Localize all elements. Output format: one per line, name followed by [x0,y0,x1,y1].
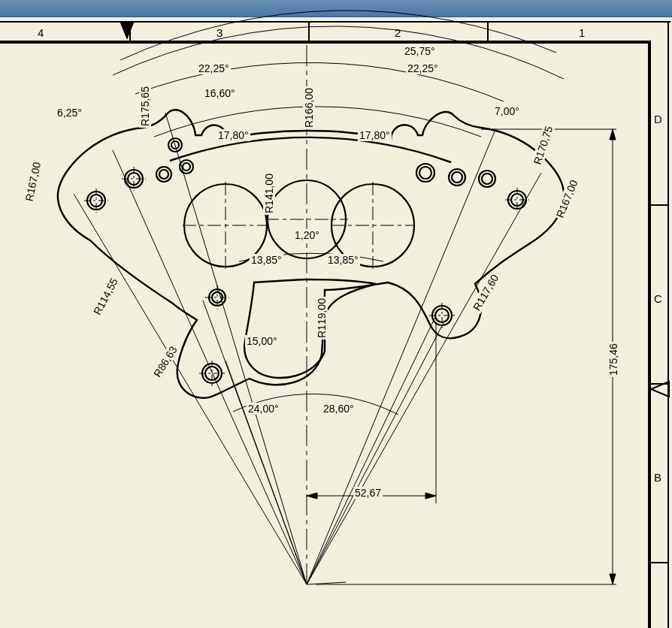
svg-marker-4 [610,129,616,140]
svg-line-16 [307,316,436,584]
dim-ang-16-60: 16,60° [203,87,237,99]
dim-ang-6-25: 6,25° [56,107,83,119]
dim-ang-17-80-l: 17,80° [216,129,250,141]
svg-point-41 [452,172,462,183]
dim-ang-28-60: 28,60° [322,403,356,415]
svg-marker-8 [425,493,436,499]
dim-ang-17-80-r: 17,80° [358,129,392,141]
dim-r119: R119,00 [316,297,328,340]
svg-point-33 [159,170,168,179]
dim-52-67: 52,67 [353,487,383,499]
svg-line-19 [307,323,443,584]
svg-line-12 [165,113,307,584]
svg-point-37 [183,163,190,171]
dim-r141: R141,00 [263,172,275,215]
dim-ang-15-00: 15,00° [245,335,279,347]
dim-ang-24-00: 24,00° [247,403,280,415]
svg-line-10 [74,194,307,584]
dim-r175-65: R175,65 [139,85,151,128]
svg-point-43 [482,174,492,184]
dim-ang-22-25-l: 22,25° [197,62,231,74]
dim-ang-1-20: 1,20° [293,229,321,241]
dim-r166: R166,00 [303,86,315,129]
dim-ang-7-00: 7,00° [493,105,521,117]
svg-marker-5 [610,574,616,584]
svg-line-15 [307,131,495,584]
dim-175-46: 175,46 [607,342,619,377]
dim-ang-13-85-l: 13,85° [250,254,283,266]
dim-ang-25-75: 25,75° [403,45,437,57]
dim-ang-13-85-r: 13,85° [326,254,360,266]
dim-ang-22-25-r: 22,25° [406,62,440,74]
svg-point-39 [419,167,431,179]
svg-marker-7 [307,493,317,499]
